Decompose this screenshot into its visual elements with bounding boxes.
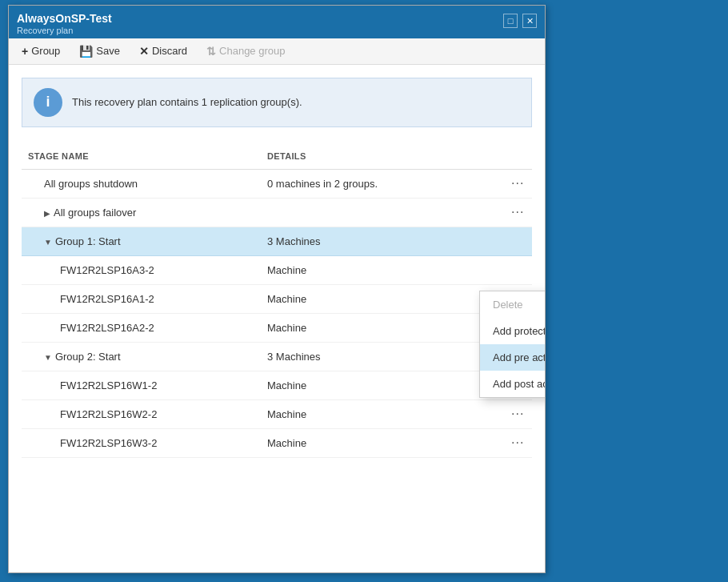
table-row: All groups shutdown 0 machines in 2 grou… (22, 170, 532, 199)
expand-down-icon: ▼ (44, 353, 52, 362)
stage-name-cell: ▼Group 1: Start (22, 231, 261, 252)
table-row: FW12R2LSP16A3-2 Machine (22, 256, 532, 285)
table-row: ▼Group 2: Start 3 Machines ··· (22, 343, 532, 371)
stage-name-cell: FW12R2LSP16A1-2 (22, 288, 261, 310)
row-menu-button[interactable]: ··· (506, 175, 529, 192)
details-cell: 3 Machines (261, 346, 500, 367)
discard-icon: ✕ (139, 45, 149, 58)
table-row: FW12R2LSP16W2-2 Machine ··· (22, 400, 532, 429)
details-cell: 0 machines in 2 groups. (261, 173, 500, 195)
maximize-button[interactable]: □ (503, 14, 518, 28)
window-title: AlwaysOnSP-Test (17, 12, 112, 26)
change-group-label: Change group (219, 45, 285, 57)
change-group-icon: ⇅ (206, 45, 216, 58)
row-menu-button[interactable]: ··· (506, 203, 529, 221)
save-button[interactable]: 💾 Save (76, 43, 123, 59)
discard-button[interactable]: ✕ Discard (136, 43, 190, 59)
add-group-button[interactable]: + Group (18, 43, 63, 59)
window-subtitle: Recovery plan (17, 26, 112, 35)
context-menu-item-add-protected[interactable]: Add protected items (480, 318, 545, 344)
menu-cell (500, 265, 532, 275)
details-cell: Machine (261, 432, 500, 454)
menu-cell: ··· (500, 199, 532, 226)
stage-name-cell: FW12R2LSP16W3-2 (22, 432, 261, 454)
expand-down-icon: ▼ (44, 238, 52, 247)
table-row: FW12R2LSP16A1-2 Machine (22, 285, 532, 314)
table-row: ▶All groups failover ··· (22, 199, 532, 227)
toolbar: + Group 💾 Save ✕ Discard ⇅ Change group (9, 38, 545, 65)
table-row: FW12R2LSP16W1-2 Machine ··· (22, 371, 532, 400)
menu-cell: ··· (500, 170, 532, 197)
title-bar: AlwaysOnSP-Test Recovery plan □ ✕ (9, 6, 545, 38)
details-cell: Machine (261, 403, 500, 425)
details-cell (261, 207, 500, 217)
details-cell: Machine (261, 375, 500, 396)
stage-name-cell: FW12R2LSP16A2-2 (22, 317, 261, 339)
context-menu-item-add-post-action[interactable]: Add post action (480, 371, 545, 397)
stage-name-cell: FW12R2LSP16W1-2 (22, 375, 261, 396)
main-window: AlwaysOnSP-Test Recovery plan □ ✕ + Grou… (8, 5, 546, 573)
row-menu-button[interactable]: ··· (506, 405, 529, 423)
stage-name-cell: FW12R2LSP16A3-2 (22, 259, 261, 281)
details-cell: Machine (261, 259, 500, 281)
context-menu-item-add-pre-action[interactable]: Add pre action (480, 344, 545, 371)
title-bar-left: AlwaysOnSP-Test Recovery plan (17, 12, 112, 35)
table-row: FW12R2LSP16W3-2 Machine ··· (22, 429, 532, 458)
add-icon: + (22, 45, 28, 58)
content-area: i This recovery plan contains 1 replicat… (9, 65, 545, 572)
save-label: Save (96, 45, 120, 57)
row-menu-button[interactable]: ··· (506, 434, 529, 452)
stage-name-cell: ▶All groups failover (22, 202, 261, 223)
info-text: This recovery plan contains 1 replicatio… (72, 96, 302, 108)
close-button[interactable]: ✕ (522, 14, 537, 28)
menu-cell (500, 236, 532, 246)
context-menu: Delete Add protected items Add pre actio… (479, 291, 545, 398)
discard-label: Discard (152, 45, 187, 57)
group-row: ▼Group 1: Start 3 Machines (22, 227, 532, 256)
stage-name-cell: FW12R2LSP16W2-2 (22, 403, 261, 425)
title-bar-controls: □ ✕ (503, 14, 537, 28)
stage-name-cell: ▼Group 2: Start (22, 346, 261, 367)
table-header: STAGE NAME DETAILS (22, 143, 532, 170)
context-menu-item-delete[interactable]: Delete (480, 291, 545, 318)
expand-right-icon: ▶ (44, 209, 50, 218)
details-cell: Machine (261, 317, 500, 339)
change-group-button[interactable]: ⇅ Change group (203, 43, 288, 59)
col-header-details: DETAILS (261, 148, 500, 164)
info-banner: i This recovery plan contains 1 replicat… (22, 78, 532, 127)
stage-name-cell: All groups shutdown (22, 173, 261, 195)
menu-cell: ··· (500, 400, 532, 427)
details-cell: Machine (261, 288, 500, 310)
col-header-actions (500, 148, 532, 164)
table-row: FW12R2LSP16A2-2 Machine (22, 314, 532, 343)
group-label: Group (31, 45, 60, 57)
details-cell: 3 Machines (261, 231, 500, 252)
info-icon: i (34, 88, 62, 117)
col-header-stage: STAGE NAME (22, 148, 261, 164)
save-icon: 💾 (79, 45, 93, 58)
menu-cell: ··· (500, 429, 532, 456)
